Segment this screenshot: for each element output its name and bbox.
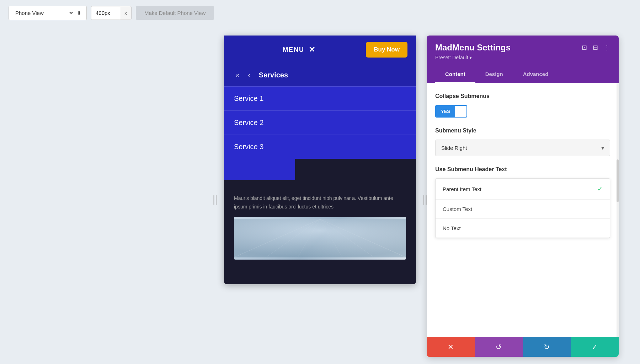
view-select-arrow-icon: ⬍	[77, 10, 81, 16]
resize-icon[interactable]: ⊡	[582, 44, 587, 51]
option-label: Parent Item Text	[443, 186, 481, 192]
settings-title-row: MadMenu Settings ⊡ ⊟ ⋮	[435, 43, 610, 53]
toggle-no[interactable]	[455, 106, 465, 117]
menu-label: MENU	[283, 46, 304, 54]
drag-handle-right[interactable]	[423, 195, 427, 205]
settings-preset[interactable]: Preset: Default ▾	[435, 55, 610, 60]
option-label: No Text	[443, 225, 461, 231]
phone-preview-container: MENU ✕ Buy Now « ‹ Services Service 1 Se…	[224, 36, 416, 364]
toolbar: Phone View Tablet View Desktop View ⬍ x …	[0, 0, 640, 26]
option-custom-text[interactable]: Custom Text	[436, 200, 610, 219]
submenu-style-label: Submenu Style	[435, 127, 610, 134]
scrollbar-thumb[interactable]	[617, 159, 619, 202]
px-close-icon[interactable]: x	[120, 7, 131, 20]
make-default-button[interactable]: Make Default Phone View	[136, 6, 214, 20]
submenu-style-select[interactable]: Slide Right Slide Down Fade None	[435, 140, 610, 156]
settings-header: MadMenu Settings ⊡ ⊟ ⋮ Preset: Default ▾…	[427, 36, 619, 83]
submenu-footer-area	[224, 159, 416, 180]
body-text: Mauris blandit aliquet elit, eget tincid…	[234, 194, 406, 211]
cancel-button[interactable]: ✕	[427, 337, 475, 357]
yes-no-toggle[interactable]: YES	[435, 105, 467, 118]
menu-title-area: MENU ✕	[283, 45, 316, 54]
tab-design[interactable]: Design	[475, 66, 513, 83]
option-no-text[interactable]: No Text	[436, 219, 610, 238]
view-select-wrapper[interactable]: Phone View Tablet View Desktop View ⬍	[9, 6, 87, 20]
drag-line	[423, 195, 424, 205]
submenu-title: Services	[259, 71, 288, 79]
px-input[interactable]	[91, 6, 120, 20]
settings-panel: MadMenu Settings ⊡ ⊟ ⋮ Preset: Default ▾…	[427, 36, 619, 357]
list-item[interactable]: Service 2	[224, 110, 416, 135]
svg-rect-2	[234, 219, 406, 257]
nav-back-single-icon[interactable]: ‹	[245, 70, 253, 81]
redo-button[interactable]: ↻	[523, 337, 571, 357]
columns-icon[interactable]: ⊟	[593, 44, 598, 51]
drag-line	[216, 195, 217, 205]
list-item[interactable]: Service 3	[224, 135, 416, 159]
buy-now-button[interactable]: Buy Now	[366, 42, 407, 58]
settings-tabs: Content Design Advanced	[435, 66, 610, 83]
reset-button[interactable]: ↺	[475, 337, 523, 357]
menu-close-icon[interactable]: ✕	[309, 45, 316, 54]
menu-header: MENU ✕ Buy Now	[224, 36, 416, 64]
settings-header-icons: ⊡ ⊟ ⋮	[582, 44, 610, 51]
nav-back-double-icon[interactable]: «	[233, 70, 242, 81]
settings-title: MadMenu Settings	[435, 43, 511, 53]
placeholder-image	[234, 217, 406, 260]
scrollbar-track	[617, 83, 619, 337]
toggle-container: YES	[435, 105, 610, 118]
toggle-yes[interactable]: YES	[436, 106, 455, 117]
main-content: MENU ✕ Buy Now « ‹ Services Service 1 Se…	[0, 28, 640, 364]
check-icon: ✓	[597, 185, 603, 193]
drag-line	[213, 195, 214, 205]
save-button[interactable]: ✓	[571, 337, 619, 357]
more-options-icon[interactable]: ⋮	[604, 44, 610, 51]
option-parent-item-text[interactable]: Parent Item Text ✓	[436, 179, 610, 200]
view-select[interactable]: Phone View Tablet View Desktop View	[14, 10, 74, 16]
submenu-header: « ‹ Services	[224, 64, 416, 86]
blue-footer-bar	[224, 159, 295, 180]
list-item[interactable]: Service 1	[224, 86, 416, 110]
collapse-submenus-label: Collapse Submenus	[435, 93, 610, 99]
image-placeholder	[234, 217, 406, 260]
phone-preview: MENU ✕ Buy Now « ‹ Services Service 1 Se…	[224, 36, 416, 284]
submenu-panel: « ‹ Services Service 1 Service 2 Service…	[224, 64, 416, 159]
px-input-wrapper: x	[91, 6, 132, 20]
submenu-style-wrapper: Slide Right Slide Down Fade None ▼	[435, 140, 610, 156]
use-submenu-header-label: Use Submenu Header Text	[435, 166, 610, 173]
dark-body-section: Mauris blandit aliquet elit, eget tincid…	[224, 180, 416, 270]
drag-handle-left[interactable]	[213, 195, 217, 205]
option-label: Custom Text	[443, 206, 472, 212]
header-text-options: Parent Item Text ✓ Custom Text No Text	[435, 178, 610, 238]
settings-body: Collapse Submenus YES Submenu Style Slid…	[427, 83, 619, 337]
tab-content[interactable]: Content	[435, 66, 475, 83]
tab-advanced[interactable]: Advanced	[513, 66, 559, 83]
settings-footer: ✕ ↺ ↻ ✓	[427, 337, 619, 357]
